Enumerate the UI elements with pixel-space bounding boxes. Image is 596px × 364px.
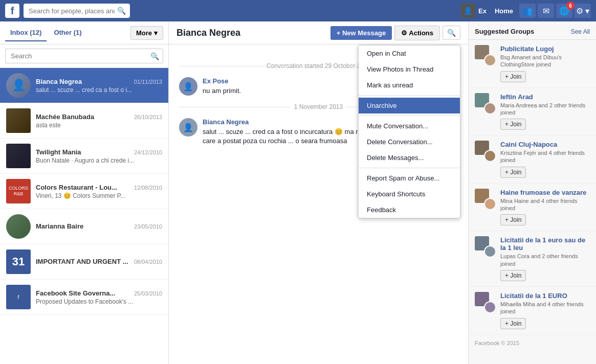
- group-name-ieftin[interactable]: Ieftin Arad: [500, 93, 590, 101]
- message-header: Bianca Negrea + New Message ⚙ Actions 🔍 …: [169, 21, 468, 44]
- conv-time-marianna: 23/05/2010: [134, 223, 162, 230]
- dropdown-item-delete-msg[interactable]: Delete Messages...: [359, 150, 460, 166]
- conv-item-facebook[interactable]: f Facebook Site Governa... 25/03/2010 Pr…: [0, 280, 168, 315]
- friends-icon-button[interactable]: 👥: [519, 4, 536, 18]
- other-tab[interactable]: Other (1): [49, 25, 86, 41]
- conv-item-machee[interactable]: Machée Banubada 26/10/2013 asta este: [0, 103, 168, 139]
- conv-name-machee: Machée Banubada: [36, 113, 94, 121]
- dropdown-item-view-photos[interactable]: View Photos in Thread: [359, 61, 460, 77]
- join-button-licitatii2[interactable]: + Join: [500, 318, 526, 329]
- dropdown-item-delete-conv[interactable]: Delete Conversation...: [359, 134, 460, 150]
- group-av2-caini: [484, 150, 496, 162]
- msg-sender-bianca[interactable]: Bianca Negrea: [203, 118, 249, 126]
- group-name-publicitate[interactable]: Publicitate Lugoj: [500, 45, 590, 53]
- conv-avatar-machee: [6, 108, 31, 133]
- dropdown-divider-2: [359, 116, 460, 116]
- facebook-logo[interactable]: f: [5, 4, 19, 18]
- conv-item-marianna[interactable]: Marianna Baire 23/05/2010: [0, 209, 168, 244]
- group-av2-licitatii2: [484, 301, 496, 313]
- dropdown-item-unarchive[interactable]: Unarchive: [359, 98, 460, 113]
- conv-preview-bianca: salut ... scuze ... cred ca a fost o i..…: [36, 86, 162, 94]
- conv-info-colors: Colors Restaurant - Lou... 12/08/2010 Vi…: [36, 184, 162, 199]
- nav-search-icon: 🔍: [117, 7, 126, 15]
- nav-user: 👤 Ex: [461, 4, 487, 18]
- conv-name-twilight: Twilight Mania: [36, 148, 81, 156]
- dropdown-item-keyboard[interactable]: Keyboard Shortcuts: [359, 186, 460, 202]
- main-content: Bianca Negrea + New Message ⚙ Actions 🔍 …: [169, 21, 468, 364]
- conv-item-bianca[interactable]: 👤 Bianca Negrea 01/11/2013 salut ... scu…: [0, 68, 168, 103]
- msg-sender-ex[interactable]: Ex Pose: [203, 77, 229, 85]
- dropdown-item-feedback[interactable]: Feedback: [359, 202, 460, 218]
- inbox-tab[interactable]: Inbox (12): [5, 25, 47, 41]
- conv-time-colors: 12/08/2010: [134, 185, 162, 191]
- suggested-groups-header: Suggested Groups See All: [469, 21, 596, 40]
- message-actions: + New Message ⚙ Actions 🔍 Open in Chat V…: [330, 26, 460, 40]
- more-button[interactable]: More ▾: [130, 26, 163, 40]
- group-item-licitatii2: Licitatii de la 1 EURO Mihaella Miha and…: [469, 287, 596, 335]
- group-item-caini: Caini Cluj-Napoca Krisztina Fejér and 4 …: [469, 135, 596, 184]
- suggested-groups-title: Suggested Groups: [475, 28, 534, 35]
- conv-time-machee: 26/10/2013: [134, 114, 162, 120]
- home-button[interactable]: Home: [491, 5, 517, 17]
- join-button-ieftin[interactable]: + Join: [500, 119, 526, 130]
- page-layout: Inbox (12) Other (1) More ▾ 🔍 👤 Bianca N…: [0, 21, 596, 364]
- conv-preview-colors: Vineri, 13 😊 Colors Summer P...: [36, 192, 162, 199]
- conv-avatar-colors: COLORSR&B: [6, 179, 31, 203]
- conv-info-marianna: Marianna Baire 23/05/2010: [36, 222, 162, 231]
- group-avatars-licitatii1: [475, 236, 496, 258]
- join-button-licitatii1[interactable]: + Join: [500, 270, 526, 281]
- dropdown-item-open-chat[interactable]: Open in Chat: [359, 46, 460, 61]
- conv-avatar-twilight: [6, 144, 31, 168]
- group-members-ieftin: Maria Andreea and 2 other friends joined: [500, 102, 590, 117]
- dropdown-item-mark-unread[interactable]: Mark as unread: [359, 77, 460, 93]
- conv-name-important: IMPORTANT AND URGENT ...: [36, 258, 128, 265]
- conv-item-colors[interactable]: COLORSR&B Colors Restaurant - Lou... 12/…: [0, 174, 168, 209]
- group-name-licitatii1[interactable]: Licitatii de la 1 euro sau de la 1 leu: [500, 236, 590, 252]
- group-item-licitatii1: Licitatii de la 1 euro sau de la 1 leu L…: [469, 231, 596, 287]
- nav-user-avatar[interactable]: 👤: [461, 4, 475, 18]
- group-name-haine[interactable]: Haine frumoase de vanzare: [500, 189, 590, 196]
- join-button-publicitate[interactable]: + Join: [500, 71, 526, 82]
- group-avatars-ieftin: [475, 93, 496, 115]
- conv-info-twilight: Twilight Mania 24/12/2010 Buon Natale · …: [36, 148, 162, 164]
- group-name-caini[interactable]: Caini Cluj-Napoca: [500, 141, 590, 148]
- group-avatars-licitatii2: [475, 292, 496, 313]
- group-members-haine: Mina Haine and 4 other friends joined: [500, 197, 590, 212]
- group-info-caini: Caini Cluj-Napoca Krisztina Fejér and 4 …: [500, 141, 590, 178]
- conv-info-important: IMPORTANT AND URGENT ... 08/04/2010: [36, 258, 162, 266]
- dropdown-item-report[interactable]: Report Spam or Abuse...: [359, 170, 460, 186]
- conv-item-important[interactable]: 31 IMPORTANT AND URGENT ... 08/04/2010: [0, 244, 168, 280]
- conv-avatar-marianna: [6, 214, 31, 239]
- see-all-link[interactable]: See All: [571, 28, 590, 35]
- group-info-haine: Haine frumoase de vanzare Mina Haine and…: [500, 189, 590, 226]
- conv-time-bianca: 01/11/2013: [134, 79, 162, 85]
- group-name-licitatii2[interactable]: Licitatii de la 1 EURO: [500, 292, 590, 300]
- new-message-button[interactable]: + New Message: [330, 26, 392, 40]
- inbox-sidebar: Inbox (12) Other (1) More ▾ 🔍 👤 Bianca N…: [0, 21, 169, 364]
- messages-icon-button[interactable]: ✉: [538, 4, 554, 18]
- conv-name-marianna: Marianna Baire: [36, 222, 83, 230]
- join-button-haine[interactable]: + Join: [500, 214, 526, 225]
- notifications-icon-button[interactable]: 🌐 6: [556, 4, 572, 18]
- actions-dropdown: Open in Chat View Photos in Thread Mark …: [358, 45, 460, 218]
- settings-icon-button[interactable]: ⚙ ▾: [575, 4, 591, 18]
- conv-avatar-facebook: f: [6, 285, 31, 309]
- conv-preview-twilight: Buon Natale · Auguro a chi crede i...: [36, 157, 162, 164]
- inbox-search-input[interactable]: [5, 49, 163, 63]
- join-button-caini[interactable]: + Join: [500, 167, 526, 178]
- nav-search-input[interactable]: [24, 4, 130, 18]
- dropdown-item-mute[interactable]: Mute Conversation...: [359, 118, 460, 134]
- conv-time-facebook: 25/03/2010: [134, 290, 162, 297]
- actions-button[interactable]: ⚙ Actions: [394, 26, 440, 40]
- nav-user-name[interactable]: Ex: [478, 7, 487, 15]
- group-av2-publicitate: [484, 54, 496, 66]
- message-avatar-ex: 👤: [179, 77, 197, 96]
- nav-links: Home 👥 ✉ 🌐 6 ⚙ ▾: [491, 4, 591, 18]
- conv-info-bianca: Bianca Negrea 01/11/2013 salut ... scuze…: [36, 78, 162, 94]
- conv-item-twilight[interactable]: Twilight Mania 24/12/2010 Buon Natale · …: [0, 139, 168, 174]
- conv-preview-facebook: Proposed Updates to Facebook's ...: [36, 298, 162, 305]
- inbox-search: 🔍: [0, 44, 168, 68]
- conv-info-facebook: Facebook Site Governa... 25/03/2010 Prop…: [36, 289, 162, 305]
- conv-avatar-bianca: 👤: [6, 73, 31, 98]
- search-message-button[interactable]: 🔍: [443, 26, 460, 40]
